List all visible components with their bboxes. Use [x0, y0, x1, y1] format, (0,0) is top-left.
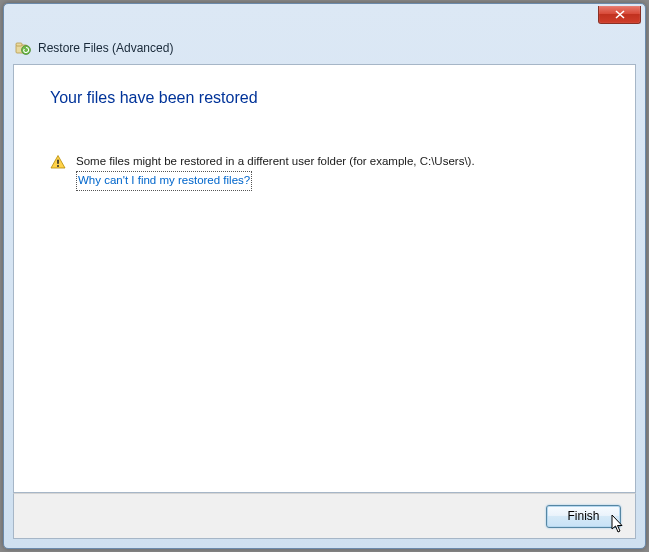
warning-message: Some files might be restored in a differ…	[76, 155, 475, 167]
svg-rect-3	[57, 160, 59, 165]
footer-panel: Finish	[13, 493, 636, 539]
window-title: Restore Files (Advanced)	[38, 41, 173, 55]
svg-point-4	[57, 165, 59, 167]
warning-icon	[50, 154, 66, 170]
help-link[interactable]: Why can't I find my restored files?	[76, 171, 252, 190]
close-icon	[615, 10, 625, 19]
page-heading: Your files have been restored	[50, 89, 599, 107]
warning-row: Some files might be restored in a differ…	[50, 153, 599, 191]
window-header: Restore Files (Advanced)	[4, 32, 645, 64]
svg-rect-1	[16, 43, 22, 46]
titlebar	[4, 4, 645, 32]
content-panel: Your files have been restored Some files…	[13, 64, 636, 493]
finish-button[interactable]: Finish	[546, 505, 621, 528]
warning-text-block: Some files might be restored in a differ…	[76, 153, 475, 191]
close-button[interactable]	[598, 6, 641, 24]
wizard-window: Restore Files (Advanced) Your files have…	[3, 3, 646, 549]
restore-icon	[14, 39, 32, 57]
